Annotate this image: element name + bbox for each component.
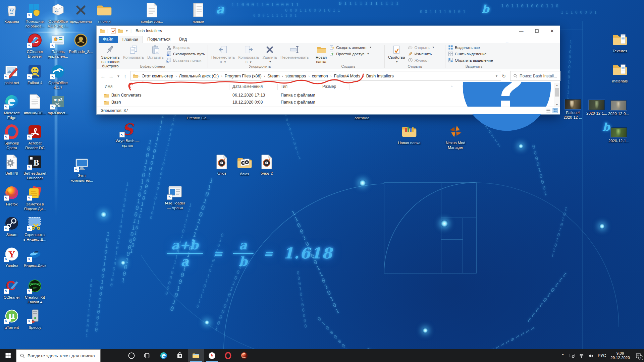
icon-wrye-bash[interactable]: S↖Wrye Bash — ярлык [112, 121, 143, 148]
taskbar-search-input[interactable]: Введите здесь текст для поиска [16, 349, 101, 362]
maximize-button[interactable] [529, 26, 544, 36]
close-button[interactable]: ✕ [544, 26, 560, 36]
breadcrumb-program-files[interactable]: Program Files (x86) [222, 74, 264, 78]
scroll-thumb[interactable] [555, 88, 559, 97]
volume-icon[interactable] [587, 349, 595, 362]
tab-file[interactable]: Файл [99, 36, 118, 43]
paste-button[interactable]: Вставить [146, 44, 165, 60]
icon-creation-kit[interactable]: CREATIONKIT↖Creation Kit Fallout 4 [19, 278, 50, 304]
checkbox-icon[interactable] [111, 28, 116, 34]
tab-share[interactable]: Поделиться [143, 36, 175, 43]
scrollbar[interactable]: ▲ ▼ [554, 83, 560, 107]
explorer-window[interactable]: | ▼ | Bash Installers — ✕ Файл Главная П… [96, 25, 560, 115]
taskbar-explorer[interactable] [188, 349, 204, 362]
pin-to-quick-access-button[interactable]: Закрепить на панели быстрого доступа [99, 44, 121, 73]
language-indicator[interactable]: РУС [597, 353, 607, 358]
icon-bethesda-launcher[interactable]: B↖Bethesda.net Launcher [19, 154, 50, 180]
tray-chevron-up-icon[interactable]: ⌃ [559, 349, 567, 362]
new-folder-button[interactable]: Новая папка [314, 44, 328, 65]
icon-novaya-papka[interactable]: Новая папка [394, 123, 425, 145]
icon-shot-2[interactable]: 2020-12-1... [603, 127, 634, 143]
paste-shortcut-button[interactable]: Вставить ярлык [165, 57, 206, 63]
icon-odeshda[interactable]: odeshda [346, 115, 377, 120]
scroll-down-icon[interactable]: ▼ [554, 102, 560, 107]
taskbar-store[interactable] [172, 349, 188, 362]
icon-blues2-file[interactable]: блюз 2 [251, 154, 282, 176]
icon-yandex-disk[interactable]: ↖Яндекс.Диск [19, 246, 50, 268]
folder-icon[interactable] [118, 28, 123, 34]
address-dropdown-icon[interactable]: ▼ [495, 74, 498, 78]
breadcrumb-this-pc[interactable]: Этот компьютер [140, 74, 175, 78]
column-header-name[interactable]: Имя [105, 84, 112, 89]
select-none-button[interactable]: Снять выделение [447, 51, 494, 57]
cast-device-icon[interactable] [569, 349, 576, 362]
breadcrumb-steamapps[interactable]: steamapps [283, 74, 308, 78]
icon-novye[interactable]: новые [183, 2, 214, 24]
address-bar[interactable]: › Этот компьютер› Локальный диск (C:)› P… [130, 71, 501, 81]
icon-shot-0[interactable]: 2020-12-0... [603, 100, 634, 116]
icon-f4se-loader[interactable]: ↖f4se_loader — ярлык [160, 184, 191, 210]
column-header-date[interactable]: Дата изменения [232, 84, 263, 89]
column-header-type[interactable]: Тип [281, 84, 287, 89]
icon-preston[interactable]: Preston Ga... [183, 115, 214, 120]
folder-icon[interactable] [100, 28, 105, 34]
forward-button[interactable]: → [107, 72, 115, 80]
recent-locations-icon[interactable]: ▼ [115, 72, 122, 80]
up-button[interactable]: ↑ [121, 72, 129, 80]
taskbar-opera[interactable] [220, 349, 236, 362]
search-box[interactable]: Поиск: Bash Install... [510, 71, 560, 81]
icon-this-pc[interactable]: ↖Этот компьютер... [66, 156, 97, 183]
easy-access-button[interactable]: Простой доступ▼ [328, 51, 373, 57]
new-item-button[interactable]: Создать элемент▼ [328, 44, 373, 51]
chevron-down-icon[interactable]: ▼ [125, 29, 128, 33]
back-button[interactable]: ← [99, 72, 107, 80]
invert-selection-button[interactable]: Обратить выделение [447, 57, 494, 63]
breadcrumb-local-disk[interactable]: Локальный диск (C:) [177, 74, 221, 78]
refresh-button[interactable]: ↻ [500, 72, 507, 80]
icon-textures[interactable]: Textures [604, 32, 635, 53]
clock[interactable]: 9:06 29.12.2020 [609, 351, 631, 360]
scroll-up-icon[interactable]: ▲ [554, 83, 560, 87]
notification-center-icon[interactable]: 1 [633, 349, 643, 362]
column-header-size[interactable]: Размер [322, 84, 336, 89]
tab-home[interactable]: Главная [118, 36, 143, 43]
taskbar-browser-sphere[interactable] [236, 349, 252, 362]
thumbnails-view-button[interactable] [552, 108, 558, 113]
breadcrumb-steam[interactable]: Steam [265, 74, 282, 78]
move-to-button[interactable]: Переместить в ▼ [210, 44, 236, 65]
file-row-bain-converters[interactable]: Bain Converters 06.12.2020 17:13 Папка с… [97, 92, 554, 99]
taskbar-yandex-browser[interactable]: Y [204, 349, 220, 362]
taskbar-cortana[interactable] [123, 349, 140, 362]
cut-button[interactable]: Вырезать [165, 44, 206, 51]
copy-to-button[interactable]: Копировать в ▼ [236, 44, 261, 65]
title-bar[interactable]: | ▼ | Bash Installers — ✕ [97, 26, 560, 36]
breadcrumb-bash-installers[interactable]: Bash Installers [364, 74, 396, 78]
rename-button[interactable]: Переименовать [279, 44, 310, 60]
breadcrumb-fallout4-mods[interactable]: Fallout4 Mods [331, 74, 363, 78]
delete-button[interactable]: Удалить ▼ [261, 44, 279, 65]
icon-yandex-notes[interactable]: ↖Заметки в Яндекс.Ди... [19, 185, 50, 211]
icon-openoffice[interactable]: ↖OpenOffice 4.1.7 [43, 63, 73, 90]
file-row-bash[interactable]: Bash 18.12.2020 0:08 Папка с файлами [97, 99, 554, 106]
icon-acrobat[interactable]: ↖Acrobat Reader DC [19, 124, 50, 150]
open-button[interactable]: Открыть▼ [407, 44, 436, 51]
tab-view[interactable]: Вид [175, 36, 191, 43]
select-all-button[interactable]: Выделить все [447, 44, 494, 51]
history-button[interactable]: Журнал [407, 57, 436, 63]
icon-yaponki-folder[interactable]: японки [89, 2, 120, 24]
icon-speccy[interactable]: ↖Speccy [19, 308, 50, 330]
wifi-icon[interactable] [578, 349, 585, 362]
copy-path-button[interactable]: WСкопировать путь [165, 51, 206, 57]
minimize-button[interactable]: — [514, 26, 529, 36]
properties-button[interactable]: Свойства ▼ [386, 44, 407, 65]
start-button[interactable] [0, 349, 16, 362]
edit-button[interactable]: Изменить [407, 51, 436, 57]
details-view-button[interactable] [546, 108, 551, 113]
icon-yandex-screenshots[interactable]: ↖Скриншоты в Яндекс.Д... [19, 215, 50, 242]
icon-materials[interactable]: materials [604, 62, 635, 83]
icon-konfigura[interactable]: конфигура... [137, 2, 167, 24]
taskbar-edge[interactable] [156, 349, 172, 362]
breadcrumb-common[interactable]: common [310, 74, 330, 78]
icon-reshade[interactable]: ReShade_S... [65, 32, 96, 54]
copy-button[interactable]: Копировать [121, 44, 146, 60]
